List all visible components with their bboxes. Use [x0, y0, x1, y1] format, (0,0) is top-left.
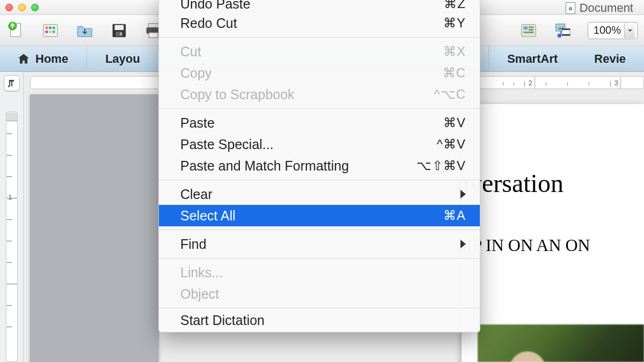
document-icon: a — [566, 2, 575, 14]
page-margin-area — [30, 94, 159, 362]
menu-start-dictation[interactable]: Start Dictation — [159, 312, 480, 329]
svg-rect-22 — [529, 26, 533, 28]
document-title-area: a Document — [566, 1, 633, 15]
svg-rect-21 — [523, 26, 528, 29]
menu-find[interactable]: Find — [159, 233, 480, 255]
document-heading: nversation — [456, 168, 644, 198]
app-switcher-button[interactable] — [41, 21, 60, 40]
tab-smartart-label: SmartArt — [507, 52, 558, 66]
menu-copy: Copy ⌘C — [159, 62, 480, 84]
menu-paste[interactable]: Paste ⌘V — [159, 112, 480, 134]
tab-layout-label: Layou — [105, 52, 140, 66]
menu-paste-special[interactable]: Paste Special... ^⌘V — [159, 134, 480, 155]
tab-home-label: Home — [35, 52, 68, 66]
menu-redo-cut[interactable]: Redo Cut ⌘Y — [159, 12, 480, 34]
menu-object: Object — [159, 283, 480, 305]
new-document-button[interactable] — [6, 21, 26, 40]
media-button[interactable] — [553, 21, 573, 40]
svg-rect-10 — [46, 31, 48, 33]
tab-review-label: Revie — [594, 52, 626, 66]
zoom-control[interactable]: 100% — [588, 22, 638, 39]
tab-review[interactable]: Revie — [576, 46, 644, 71]
svg-rect-11 — [49, 31, 52, 33]
svg-rect-5 — [12, 24, 13, 28]
document-image — [478, 324, 644, 362]
document-name: Document — [580, 1, 633, 15]
menu-separator — [159, 258, 480, 258]
svg-rect-16 — [120, 32, 122, 35]
gallery-button[interactable] — [519, 21, 538, 40]
document-page[interactable]: nversation MP IN ON AN ON — [462, 104, 644, 362]
tab-smartart[interactable]: SmartArt — [488, 46, 576, 71]
submenu-arrow-icon — [460, 190, 466, 198]
menu-paste-match-formatting[interactable]: Paste and Match Formatting ⌥⇧⌘V — [159, 155, 480, 176]
svg-rect-27 — [562, 28, 570, 30]
menu-select-all[interactable]: Select All ⌘A — [159, 205, 480, 226]
svg-rect-8 — [49, 26, 52, 29]
window-close-button[interactable] — [5, 4, 13, 11]
svg-rect-9 — [53, 26, 55, 29]
menu-links: Links... — [159, 262, 480, 283]
zoom-value: 100% — [594, 24, 621, 36]
svg-rect-19 — [149, 32, 158, 37]
menu-separator — [159, 108, 480, 109]
menu-cut: Cut ⌘X — [159, 41, 480, 62]
open-button[interactable] — [75, 21, 94, 40]
svg-rect-23 — [529, 29, 533, 31]
window-minimize-button[interactable] — [18, 4, 26, 11]
tab-home[interactable]: Home — [0, 46, 87, 71]
document-icon-letter: a — [569, 5, 572, 11]
menu-clear[interactable]: Clear — [159, 183, 480, 205]
vertical-ruler[interactable]: 1 — [6, 112, 18, 362]
svg-rect-12 — [53, 31, 55, 33]
svg-rect-30 — [560, 31, 561, 35]
menu-separator — [159, 230, 480, 230]
svg-rect-28 — [562, 34, 570, 35]
document-subheading: MP IN ON AN ON — [457, 235, 644, 255]
vruler-mark-1: 1 — [9, 194, 12, 201]
menu-copy-to-scrapbook: Copy to Scrapbook ^⌥C — [159, 84, 480, 105]
svg-rect-17 — [149, 23, 159, 27]
menu-separator — [159, 308, 480, 308]
edit-menu: Undo Paste ⌘Z Redo Cut ⌘Y Cut ⌘X Copy ⌘C… — [158, 0, 480, 333]
window-zoom-button[interactable] — [31, 4, 39, 11]
save-button[interactable] — [109, 21, 129, 40]
hruler-mark-2: 2 — [529, 79, 532, 87]
svg-rect-24 — [523, 31, 533, 33]
hruler-mark-3: 3 — [614, 79, 618, 87]
svg-rect-7 — [46, 26, 48, 29]
left-gutter: 1 — [0, 72, 24, 362]
zoom-dropdown-arrow-icon[interactable] — [624, 23, 635, 38]
navigation-pane-button[interactable] — [4, 75, 20, 91]
menu-separator — [159, 180, 480, 180]
menu-undo-paste[interactable]: Undo Paste ⌘Z — [159, 0, 480, 12]
menu-separator — [159, 37, 480, 38]
submenu-arrow-icon — [460, 240, 466, 248]
tab-layout[interactable]: Layou — [87, 46, 159, 71]
svg-rect-14 — [115, 25, 124, 29]
